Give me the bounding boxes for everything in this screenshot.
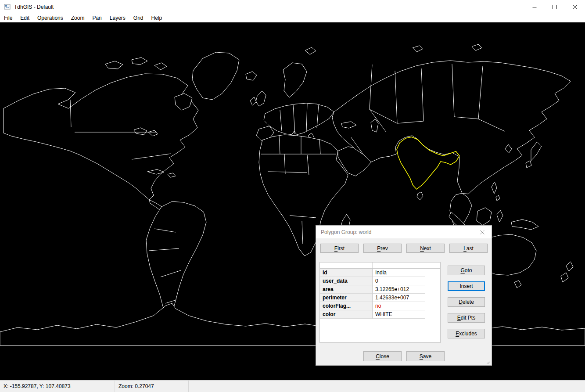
excludes-button[interactable]: Excludes [448, 329, 485, 338]
landmasses [0, 44, 585, 345]
south-america [146, 201, 206, 327]
arctic-island [132, 58, 147, 65]
asia [332, 61, 571, 194]
insert-button[interactable]: Insert [448, 281, 485, 291]
hispaniola [168, 173, 176, 177]
attribute-table-header [320, 263, 440, 269]
attribute-table: id India user_data 0 area 3.12265e+012 p… [319, 262, 441, 343]
tasmania [514, 281, 521, 288]
arctic-island [413, 46, 423, 52]
japan [526, 161, 531, 168]
dialog-titlebar[interactable]: Polygon Group: world [316, 226, 492, 238]
status-coordinates: X: -155.92787, Y: 107.40873 [0, 381, 115, 392]
table-row: perimeter 1.42633e+007 [320, 294, 440, 302]
titlebar[interactable]: TdhGIS - Default [0, 0, 585, 14]
new-zealand [561, 273, 568, 282]
window-title: TdhGIS - Default [14, 4, 54, 10]
borneo [477, 208, 492, 225]
last-button[interactable]: Last [449, 244, 488, 253]
iceland [246, 72, 257, 80]
field-value-cell[interactable]: 1.42633e+007 [373, 294, 425, 302]
arctic-island [105, 61, 123, 69]
sri-lanka [417, 192, 423, 200]
dialog-title: Polygon Group: world [321, 229, 371, 235]
edit-pts-button[interactable]: Edit Pts [448, 313, 485, 323]
statusbar: X: -155.92787, Y: 107.40873 Zoom: 0.2704… [0, 380, 585, 392]
sulawesi [497, 210, 503, 222]
japan [531, 142, 542, 161]
close-icon [573, 5, 577, 9]
menu-file[interactable]: File [0, 14, 16, 22]
table-row: colorFlag... no [320, 302, 440, 310]
field-value-cell[interactable]: 0 [373, 277, 425, 285]
window-controls [524, 0, 585, 14]
arctic-island [472, 44, 482, 50]
delete-button[interactable]: Delete [448, 297, 485, 307]
new-guinea [511, 219, 538, 230]
europe [264, 103, 334, 135]
menu-operations[interactable]: Operations [33, 14, 67, 22]
minimize-button[interactable] [524, 0, 545, 14]
table-row: area 3.12265e+012 [320, 285, 440, 294]
maximize-button[interactable] [545, 0, 565, 14]
close-dialog-button[interactable]: Close [363, 351, 402, 361]
world-map [0, 22, 585, 380]
field-value-cell[interactable]: no [373, 302, 425, 310]
field-value-cell[interactable]: 3.12265e+012 [373, 285, 425, 294]
first-button[interactable]: First [320, 244, 359, 253]
menu-zoom[interactable]: Zoom [67, 14, 89, 22]
antarctica [0, 303, 585, 345]
app-icon [4, 4, 11, 11]
next-button[interactable]: Next [406, 244, 445, 253]
maximize-icon [553, 5, 557, 9]
field-name-cell: user_data [320, 277, 373, 285]
table-row: id India [320, 269, 440, 277]
field-value-cell[interactable]: India [373, 269, 425, 277]
arctic-island [154, 63, 167, 70]
philippines [492, 182, 497, 194]
field-name-cell: id [320, 269, 373, 277]
goto-button[interactable]: Goto [448, 266, 485, 275]
resize-grip[interactable] [485, 359, 491, 364]
table-row: user_data 0 [320, 277, 440, 285]
save-button[interactable]: Save [406, 351, 445, 361]
table-row: color WHITE [320, 310, 440, 319]
field-name-cell: colorFlag... [320, 302, 373, 310]
dialog-close-icon [480, 230, 485, 234]
philippines [496, 195, 500, 201]
menu-pan[interactable]: Pan [88, 14, 105, 22]
scandinavia [283, 63, 307, 97]
field-name-cell: area [320, 285, 373, 294]
field-name-cell: color [320, 310, 373, 319]
field-name-cell: perimeter [320, 294, 373, 302]
close-button[interactable] [565, 0, 585, 14]
dialog-close-button[interactable] [478, 228, 487, 237]
arctic-island [305, 47, 316, 54]
menu-layers[interactable]: Layers [106, 14, 129, 22]
united-kingdom [256, 91, 266, 106]
menu-help[interactable]: Help [147, 14, 166, 22]
polygon-group-dialog: Polygon Group: world First Prev Next Las… [316, 225, 492, 366]
north-america [4, 74, 198, 200]
status-zoom: Zoom: 0.27047 [115, 381, 189, 392]
map-canvas[interactable]: Polygon Group: world First Prev Next Las… [0, 22, 585, 380]
menu-grid[interactable]: Grid [129, 14, 147, 22]
prev-button[interactable]: Prev [363, 244, 402, 253]
menubar: File Edit Operations Zoom Pan Layers Gri… [0, 14, 585, 22]
minimize-icon [532, 5, 537, 9]
new-zealand [566, 262, 573, 271]
ireland [250, 97, 256, 105]
greenland [192, 52, 239, 100]
menu-edit[interactable]: Edit [16, 14, 33, 22]
field-value-cell[interactable]: WHITE [373, 310, 425, 319]
